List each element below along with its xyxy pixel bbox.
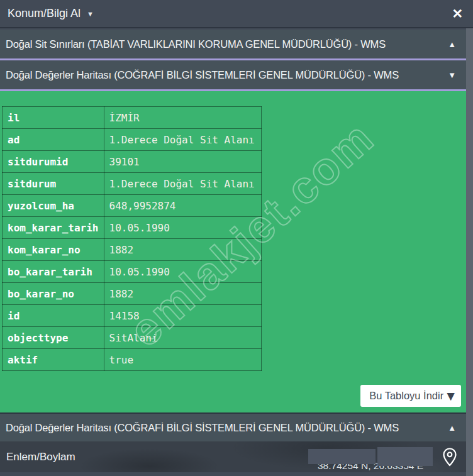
table-row: kom_karar_tarih10.05.1990: [3, 217, 262, 239]
field-value: 1882: [104, 283, 261, 305]
field-key: kom_karar_no: [3, 239, 104, 261]
field-value: 1.Derece Doğal Sit Alanı: [104, 129, 261, 151]
latlon-label: Enlem/Boylam: [6, 451, 75, 463]
accordion-dogal-degerler-haritasi[interactable]: Doğal Değerler Haritası (COĞRAFİ BİLGİ S…: [0, 60, 466, 91]
table-row: sitdurumid39101: [3, 151, 262, 173]
download-button-label: Bu Tabloyu İndir: [369, 390, 443, 402]
field-key: sitdurumid: [3, 151, 104, 173]
table-row: id14158: [3, 305, 262, 327]
title-dropdown-caret-icon[interactable]: ▼: [87, 10, 94, 18]
field-value: 1.Derece Doğal Sit Alanı: [104, 173, 261, 195]
download-table-button[interactable]: Bu Tabloyu İndir ▼: [360, 385, 461, 407]
field-key: bo_karar_tarih: [3, 261, 104, 283]
chevron-up-icon: ▲: [448, 40, 456, 49]
info-table-body: ilİZMİRad1.Derece Doğal Sit Alanısitduru…: [3, 107, 262, 371]
field-value: 10.05.1990: [104, 261, 261, 283]
table-row: aktiftrue: [3, 349, 262, 371]
redaction-box: [308, 449, 376, 464]
panel-content: Doğal Sit Sınırları (TABİAT VARLIKLARINI…: [0, 30, 466, 472]
accordion-label: Doğal Değerler Haritası (COĞRAFİ BİLGİ S…: [6, 422, 399, 434]
field-value: 1882: [104, 239, 261, 261]
field-key: id: [3, 305, 104, 327]
field-value: true: [104, 349, 261, 371]
redaction-box: [377, 447, 433, 466]
table-row: ilİZMİR: [3, 107, 262, 129]
accordion-label: Doğal Sit Sınırları (TABİAT VARLIKLARINI…: [6, 38, 386, 50]
chevron-down-icon: ▼: [448, 70, 456, 80]
table-row: sitdurum1.Derece Doğal Sit Alanı: [3, 173, 262, 195]
info-table: ilİZMİRad1.Derece Doğal Sit Alanısitduru…: [2, 106, 262, 371]
field-value: 14158: [104, 305, 261, 327]
status-bar: Enlem/Boylam 38.74254 N, 26.63354 E: [0, 441, 466, 472]
field-value: 10.05.1990: [104, 217, 261, 239]
chevron-up-icon: ▲: [448, 423, 456, 433]
accordion-dogal-sit-sinirlari[interactable]: Doğal Sit Sınırları (TABİAT VARLIKLARINI…: [0, 30, 466, 60]
table-row: objecttypeSitAlani: [3, 327, 262, 349]
field-key: il: [3, 107, 104, 129]
accordion-dogal-degerler-haritasi-bottom[interactable]: Doğal Değerler Haritası (COĞRAFİ BİLGİ S…: [0, 414, 466, 441]
field-key: aktif: [3, 349, 104, 371]
table-row: bo_karar_no1882: [3, 283, 262, 305]
panel-title: Konum/Bilgi Al: [8, 7, 81, 20]
field-key: sitdurum: [3, 173, 104, 195]
field-value: İZMİR: [104, 107, 261, 129]
field-key: ad: [3, 129, 104, 151]
title-bar: Konum/Bilgi Al ▼ ✕: [0, 0, 473, 28]
field-key: kom_karar_tarih: [3, 217, 104, 239]
feature-info-panel: ilİZMİRad1.Derece Doğal Sit Alanısitduru…: [0, 91, 466, 412]
download-caret-icon: ▼: [444, 389, 457, 402]
accordion-label: Doğal Değerler Haritası (COĞRAFİ BİLGİ S…: [6, 69, 399, 81]
field-key: bo_karar_no: [3, 283, 104, 305]
location-pin-icon[interactable]: [440, 447, 459, 467]
field-value: 39101: [104, 151, 261, 173]
table-row: ad1.Derece Doğal Sit Alanı: [3, 129, 262, 151]
table-row: yuzolcum_ha648,9952874: [3, 195, 262, 217]
table-row: kom_karar_no1882: [3, 239, 262, 261]
field-key: yuzolcum_ha: [3, 195, 104, 217]
close-icon[interactable]: ✕: [449, 6, 465, 21]
field-value: 648,9952874: [104, 195, 261, 217]
scrollbar[interactable]: [466, 28, 473, 476]
table-row: bo_karar_tarih10.05.1990: [3, 261, 262, 283]
field-key: objecttype: [3, 327, 104, 349]
field-value: SitAlani: [104, 327, 261, 349]
